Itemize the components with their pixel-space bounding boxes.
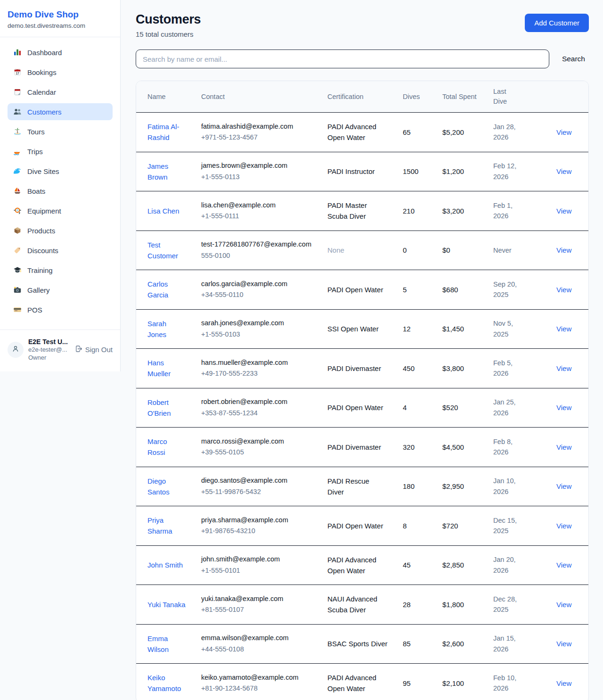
table-body: Fatima Al-Rashid fatima.alrashid@example… xyxy=(136,113,589,700)
user-email: e2e-tester@... xyxy=(28,346,68,354)
sidebar-item-dive-sites[interactable]: Dive Sites xyxy=(8,163,113,180)
view-customer-link[interactable]: View xyxy=(556,443,571,451)
sidebar-item-products[interactable]: Products xyxy=(8,222,113,239)
customer-name-link[interactable]: James Brown xyxy=(147,162,168,181)
view-customer-link[interactable]: View xyxy=(556,325,571,333)
view-customer-link[interactable]: View xyxy=(556,640,571,648)
sidebar-item-boats[interactable]: Boats xyxy=(8,182,113,199)
user-role: Owner xyxy=(28,354,68,362)
add-customer-button[interactable]: Add Customer xyxy=(525,14,589,32)
sidebar-item-gallery[interactable]: Gallery xyxy=(8,281,113,298)
sidebar-item-trips[interactable]: Trips xyxy=(8,143,113,160)
customer-total-spent: $3,200 xyxy=(435,191,486,231)
customer-email: sarah.jones@example.com xyxy=(201,318,312,329)
customer-name-link[interactable]: Keiko Yamamoto xyxy=(147,674,181,692)
customer-dives: 12 xyxy=(395,309,435,349)
customer-last-dive: Feb 5, 2026 xyxy=(486,349,528,388)
customer-certification: PADI Open Water xyxy=(327,286,383,294)
table-row: Priya Sharma priya.sharma@example.com +9… xyxy=(136,506,589,546)
sidebar: Demo Dive Shop demo.test.divestreams.com… xyxy=(0,0,121,371)
table-row: Robert O'Brien robert.obrien@example.com… xyxy=(136,388,589,428)
customer-last-dive: Jan 28, 2026 xyxy=(486,113,528,152)
customer-dives: 0 xyxy=(395,231,435,270)
customer-phone: +1-555-0103 xyxy=(201,329,312,340)
customer-last-dive: Feb 8, 2026 xyxy=(486,428,528,467)
view-customer-link[interactable]: View xyxy=(556,561,571,569)
view-customer-link[interactable]: View xyxy=(556,404,571,412)
customer-last-dive: Nov 5, 2025 xyxy=(486,309,528,349)
view-customer-link[interactable]: View xyxy=(556,128,571,136)
customer-name-link[interactable]: John Smith xyxy=(147,561,183,569)
sidebar-item-training[interactable]: Training xyxy=(8,262,113,279)
training-icon xyxy=(13,266,22,274)
customer-name-link[interactable]: Emma Wilson xyxy=(147,634,169,653)
view-customer-link[interactable]: View xyxy=(556,246,571,254)
customer-certification: PADI Divemaster xyxy=(327,364,381,372)
customer-certification: PADI Open Water xyxy=(327,522,383,530)
customer-email: james.brown@example.com xyxy=(201,161,312,171)
view-customer-link[interactable]: View xyxy=(556,482,571,490)
sidebar-item-label: Dashboard xyxy=(27,49,62,57)
customer-email: diego.santos@example.com xyxy=(201,476,312,486)
view-customer-link[interactable]: View xyxy=(556,286,571,294)
page-title-block: Customers 15 total customers xyxy=(136,12,201,38)
sidebar-item-tours[interactable]: Tours xyxy=(8,123,113,140)
customer-name-link[interactable]: Hans Mueller xyxy=(147,359,171,378)
sidebar-item-calendar[interactable]: Calendar xyxy=(8,83,113,100)
sidebar-item-bookings[interactable]: 17 Bookings xyxy=(8,64,113,81)
dashboard-icon xyxy=(13,48,22,57)
customer-total-spent: $3,800 xyxy=(435,349,486,388)
customer-last-dive: Jan 10, 2026 xyxy=(486,467,528,506)
sidebar-item-pos[interactable]: POS xyxy=(8,301,113,318)
sidebar-item-label: Gallery xyxy=(27,286,50,294)
view-customer-link[interactable]: View xyxy=(556,679,571,687)
table-row: John Smith john.smith@example.com +1-555… xyxy=(136,545,589,585)
sidebar-item-label: Customers xyxy=(27,108,62,116)
customer-name-link[interactable]: Sarah Jones xyxy=(147,320,166,338)
customer-total-spent: $520 xyxy=(435,388,486,428)
customer-name-link[interactable]: Lisa Chen xyxy=(147,207,179,215)
customer-name-link[interactable]: Diego Santos xyxy=(147,477,170,496)
customer-total-spent: $2,850 xyxy=(435,545,486,585)
sign-out-icon xyxy=(75,345,82,354)
search-button[interactable]: Search xyxy=(549,55,589,63)
customer-total-spent: $4,500 xyxy=(435,428,486,467)
customer-name-link[interactable]: Test Customer xyxy=(147,241,178,260)
sidebar-item-label: POS xyxy=(27,306,42,314)
customer-email: carlos.garcia@example.com xyxy=(201,279,312,289)
sign-out-button[interactable]: Sign Out xyxy=(75,345,113,354)
view-customer-link[interactable]: View xyxy=(556,167,571,175)
customer-name-link[interactable]: Fatima Al-Rashid xyxy=(147,123,179,141)
sidebar-item-customers[interactable]: Customers xyxy=(8,103,113,120)
view-customer-link[interactable]: View xyxy=(556,364,571,372)
customer-name-link[interactable]: Carlos Garcia xyxy=(147,280,168,299)
customer-phone: +1-555-0101 xyxy=(201,566,312,576)
customer-phone: +353-87-555-1234 xyxy=(201,408,312,419)
customer-total-spent: $1,450 xyxy=(435,309,486,349)
search-input[interactable] xyxy=(136,49,549,68)
customer-email: hans.mueller@example.com xyxy=(201,358,312,368)
customer-name-link[interactable]: Priya Sharma xyxy=(147,516,172,535)
sidebar-item-discounts[interactable]: Discounts xyxy=(8,242,113,259)
view-customer-link[interactable]: View xyxy=(556,207,571,215)
main-content: Customers 15 total customers Add Custome… xyxy=(121,0,603,700)
customer-dives: 180 xyxy=(395,467,435,506)
column-header-total-spent: Total Spent xyxy=(435,81,486,113)
customer-dives: 85 xyxy=(395,624,435,664)
gallery-icon xyxy=(13,286,22,294)
customer-last-dive: Jan 25, 2026 xyxy=(486,388,528,428)
table-row: James Brown james.brown@example.com +1-5… xyxy=(136,152,589,191)
customer-name-link[interactable]: Robert O'Brien xyxy=(147,398,171,417)
customer-email: priya.sharma@example.com xyxy=(201,515,312,526)
search-bar: Search xyxy=(136,49,589,68)
customer-phone: +34-555-0110 xyxy=(201,290,312,300)
view-customer-link[interactable]: View xyxy=(556,522,571,530)
sidebar-item-equipment[interactable]: Equipment xyxy=(8,202,113,219)
sidebar-item-dashboard[interactable]: Dashboard xyxy=(8,44,113,61)
customer-name-link[interactable]: Marco Rossi xyxy=(147,437,167,456)
customer-last-dive: Feb 12, 2026 xyxy=(486,152,528,191)
view-customer-link[interactable]: View xyxy=(556,601,571,609)
customer-name-link[interactable]: Yuki Tanaka xyxy=(147,601,186,609)
customer-dives: 65 xyxy=(395,113,435,152)
bookings-icon: 17 xyxy=(13,68,22,76)
